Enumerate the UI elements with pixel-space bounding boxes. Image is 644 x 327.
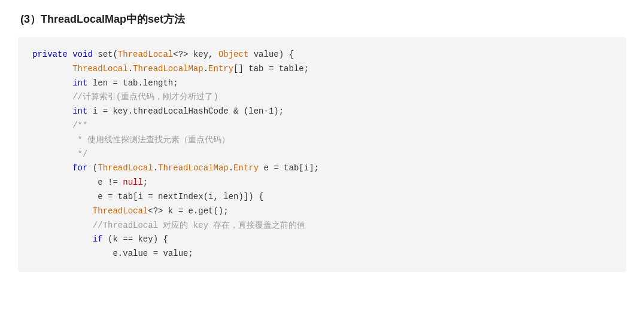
section-title: (3）ThreadLocalMap中的set方法 bbox=[18, 12, 626, 26]
code-block: private void set(ThreadLocal<?> key, Obj… bbox=[18, 37, 626, 272]
